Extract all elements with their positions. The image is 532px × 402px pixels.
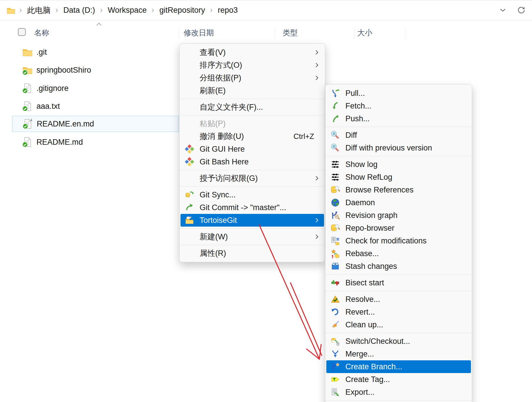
file-row[interactable]: .gitignore: [12, 79, 179, 97]
menu-item-undo-delete[interactable]: 撤消 删除(U)Ctrl+Z: [181, 130, 324, 143]
chevron-right-icon: [313, 61, 321, 69]
file-row[interactable]: springbootShiro: [12, 61, 179, 79]
submenu-item-browse-references[interactable]: Browse References: [326, 183, 471, 196]
folder-icon: [22, 65, 33, 76]
check-modifications-icon: [330, 236, 340, 246]
submenu-item-show-reflog[interactable]: Show RefLog: [326, 171, 471, 183]
folder-icon: [6, 6, 16, 15]
file-name: .gitignore: [36, 84, 69, 93]
submenu-item-bisect-start[interactable]: Bisect start: [326, 276, 471, 289]
menu-separator: [325, 127, 472, 127]
breadcrumb-chevron-icon: [150, 8, 156, 13]
menu-item-new[interactable]: 新建(W): [181, 230, 324, 243]
breadcrumb-item[interactable]: Workspace: [106, 5, 149, 16]
breadcrumb-item[interactable]: Data (D:): [61, 5, 97, 16]
column-header-size[interactable]: 大小: [357, 28, 372, 38]
menu-item-properties[interactable]: 属性(R): [181, 247, 324, 260]
switch-icon: [330, 336, 340, 346]
menu-item-label: 粘贴(P): [200, 120, 226, 128]
menu-item-give-access[interactable]: 授予访问权限(G): [181, 172, 324, 185]
menu-item-git-gui-here[interactable]: Git GUI Here: [181, 143, 324, 155]
merge-icon: [330, 349, 340, 359]
bisect-icon: [330, 278, 340, 288]
file-icon: [22, 118, 33, 129]
revert-icon: [330, 307, 340, 317]
show-log-icon: [330, 172, 340, 182]
context-menu: 查看(V)排序方式(O)分组依据(P)刷新(E)自定义文件夹(F)...粘贴(P…: [179, 43, 325, 262]
submenu-item-pull[interactable]: Pull...: [326, 87, 471, 100]
file-row[interactable]: README.en.md: [12, 116, 179, 132]
submenu-item-create-tag[interactable]: Create Tag...: [326, 373, 471, 386]
breadcrumb: 此电脑Data (D:)WorkspacegitRepositoryrepo3: [6, 4, 240, 17]
submenu-item-export[interactable]: Export...: [326, 386, 471, 399]
menu-item-refresh[interactable]: 刷新(E): [181, 84, 324, 97]
menu-item-label: Show log: [345, 161, 378, 168]
submenu-item-diff-previous[interactable]: Diff with previous version: [326, 142, 471, 154]
menu-item-label: TortoiseGit: [200, 216, 237, 224]
menu-item-paste[interactable]: 粘贴(P): [181, 117, 324, 130]
menu-item-tortoisegit[interactable]: TortoiseGit: [181, 214, 324, 227]
menu-separator: [180, 99, 325, 99]
menu-separator: [325, 400, 472, 401]
file-icon: [22, 137, 33, 148]
daemon-icon: [330, 197, 340, 208]
submenu-item-show-log[interactable]: Show log: [326, 158, 471, 171]
menu-item-git-bash-here[interactable]: Git Bash Here: [181, 155, 324, 168]
submenu-item-create-branch[interactable]: Create Branch...: [326, 360, 471, 373]
column-header-date[interactable]: 修改日期: [184, 28, 214, 38]
chevron-down-icon[interactable]: [498, 6, 507, 16]
file-name: aaa.txt: [36, 102, 60, 111]
breadcrumb-chevron-icon: [18, 8, 24, 13]
submenu-item-push[interactable]: Push...: [326, 112, 471, 125]
menu-item-git-commit[interactable]: Git Commit -> "master"...: [181, 201, 324, 214]
icon-spacer: [184, 118, 195, 129]
column-header-type[interactable]: 类型: [283, 28, 298, 38]
menu-item-view[interactable]: 查看(V): [181, 46, 324, 59]
file-row[interactable]: .git: [12, 43, 179, 61]
export-icon: [330, 387, 340, 397]
breadcrumb-chevron-icon: [99, 8, 104, 13]
rebase-icon: [330, 248, 340, 259]
select-all-checkbox[interactable]: [18, 28, 26, 36]
diff-icon: [330, 130, 340, 140]
submenu-item-resolve[interactable]: Resolve...: [326, 293, 471, 306]
menu-item-customize-folder[interactable]: 自定义文件夹(F)...: [181, 101, 324, 113]
column-divider: [179, 27, 179, 39]
submenu-item-switch-checkout[interactable]: Switch/Checkout...: [326, 335, 471, 348]
breadcrumb-item[interactable]: 此电脑: [25, 4, 53, 17]
create-branch-icon: [330, 361, 340, 372]
submenu-item-merge[interactable]: Merge...: [326, 348, 471, 360]
resolve-icon: [330, 294, 340, 304]
breadcrumb-item[interactable]: gitRepository: [157, 5, 207, 16]
file-row[interactable]: README.md: [12, 133, 179, 151]
menu-item-sort-by[interactable]: 排序方式(O): [181, 59, 324, 71]
submenu-item-stash-changes[interactable]: Stash changes: [326, 260, 471, 273]
submenu-item-rebase[interactable]: Rebase...: [326, 247, 471, 260]
submenu-item-repo-browser[interactable]: Repo-browser: [326, 222, 471, 234]
refresh-icon[interactable]: [517, 6, 526, 16]
icon-spacer: [184, 47, 195, 58]
file-row[interactable]: aaa.txt: [12, 97, 179, 115]
submenu-item-check-modifications[interactable]: Check for modifications: [326, 234, 471, 247]
git-icon: [184, 144, 195, 154]
icon-spacer: [184, 173, 195, 183]
breadcrumb-item[interactable]: repo3: [216, 5, 240, 16]
submenu-item-daemon[interactable]: Daemon: [326, 196, 471, 209]
chevron-right-icon: [313, 175, 321, 182]
submenu-item-revision-graph[interactable]: Revision graph: [326, 209, 471, 222]
submenu-item-clean-up[interactable]: Clean up...: [326, 318, 471, 331]
menu-item-group-by[interactable]: 分组依据(P): [181, 71, 324, 84]
submenu-item-diff[interactable]: Diff: [326, 129, 471, 142]
icon-spacer: [184, 85, 195, 96]
chevron-right-icon: [313, 216, 321, 224]
submenu-item-revert[interactable]: Revert...: [326, 306, 471, 318]
submenu-item-fetch[interactable]: Fetch...: [326, 100, 471, 112]
column-header-name[interactable]: 名称: [34, 28, 49, 38]
menu-item-git-sync[interactable]: Git Sync...: [181, 188, 324, 201]
menu-item-label: Create Tag...: [345, 376, 390, 383]
create-tag-icon: [330, 374, 340, 385]
diff-icon: [330, 143, 340, 153]
icon-spacer: [184, 248, 195, 258]
tortoisegit-icon: [184, 215, 195, 225]
menu-separator: [180, 115, 325, 115]
